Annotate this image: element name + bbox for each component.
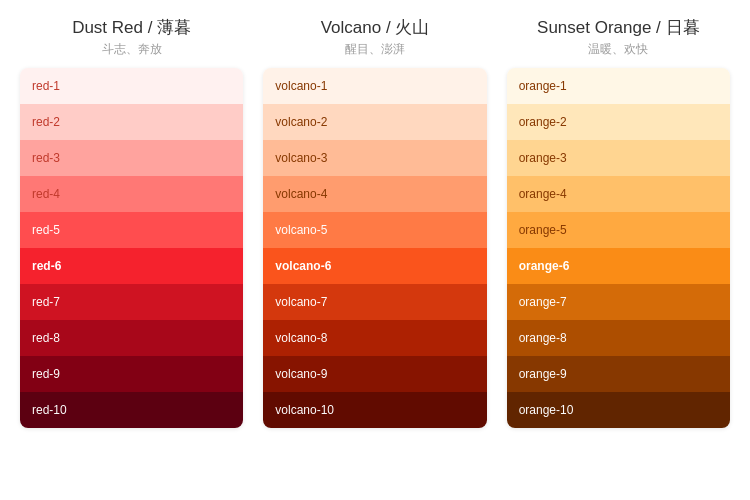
swatch-label-volcano-8: volcano-8	[275, 331, 327, 345]
swatch-label-red-8: red-8	[32, 331, 60, 345]
swatch-red-6[interactable]: red-6	[20, 248, 243, 284]
swatch-volcano-3[interactable]: volcano-3	[263, 140, 486, 176]
swatch-label-volcano-9: volcano-9	[275, 367, 327, 381]
palette-subtitle-orange: 温暖、欢快	[588, 41, 648, 58]
swatch-label-volcano-6: volcano-6	[275, 259, 331, 273]
palette-red: Dust Red / 薄暮斗志、奔放red-1red-2red-3red-4re…	[20, 16, 243, 428]
swatch-orange-2[interactable]: orange-2	[507, 104, 730, 140]
swatch-label-orange-3: orange-3	[519, 151, 567, 165]
palette-title-volcano: Volcano / 火山	[321, 16, 430, 39]
swatch-orange-5[interactable]: orange-5	[507, 212, 730, 248]
swatch-label-orange-2: orange-2	[519, 115, 567, 129]
swatch-label-red-2: red-2	[32, 115, 60, 129]
palette-subtitle-red: 斗志、奔放	[102, 41, 162, 58]
swatch-red-7[interactable]: red-7	[20, 284, 243, 320]
swatch-label-volcano-3: volcano-3	[275, 151, 327, 165]
color-card-red: red-1red-2red-3red-4red-5red-6red-7red-8…	[20, 68, 243, 428]
swatch-volcano-6[interactable]: volcano-6	[263, 248, 486, 284]
swatch-orange-8[interactable]: orange-8	[507, 320, 730, 356]
swatch-red-2[interactable]: red-2	[20, 104, 243, 140]
swatch-label-red-9: red-9	[32, 367, 60, 381]
swatch-orange-7[interactable]: orange-7	[507, 284, 730, 320]
swatch-label-orange-9: orange-9	[519, 367, 567, 381]
swatch-orange-4[interactable]: orange-4	[507, 176, 730, 212]
swatch-red-10[interactable]: red-10	[20, 392, 243, 428]
swatch-label-volcano-7: volcano-7	[275, 295, 327, 309]
swatch-label-volcano-10: volcano-10	[275, 403, 334, 417]
swatch-volcano-4[interactable]: volcano-4	[263, 176, 486, 212]
color-card-volcano: volcano-1volcano-2volcano-3volcano-4volc…	[263, 68, 486, 428]
swatch-label-orange-7: orange-7	[519, 295, 567, 309]
swatch-label-volcano-1: volcano-1	[275, 79, 327, 93]
swatch-label-orange-8: orange-8	[519, 331, 567, 345]
swatch-label-red-3: red-3	[32, 151, 60, 165]
swatch-red-9[interactable]: red-9	[20, 356, 243, 392]
swatch-label-red-5: red-5	[32, 223, 60, 237]
swatch-label-orange-10: orange-10	[519, 403, 574, 417]
swatch-volcano-5[interactable]: volcano-5	[263, 212, 486, 248]
swatch-label-volcano-4: volcano-4	[275, 187, 327, 201]
swatch-label-red-4: red-4	[32, 187, 60, 201]
swatch-label-orange-1: orange-1	[519, 79, 567, 93]
swatch-red-1[interactable]: red-1	[20, 68, 243, 104]
palette-title-orange: Sunset Orange / 日暮	[537, 16, 700, 39]
swatch-label-volcano-5: volcano-5	[275, 223, 327, 237]
palette-orange: Sunset Orange / 日暮温暖、欢快orange-1orange-2o…	[507, 16, 730, 428]
swatch-orange-1[interactable]: orange-1	[507, 68, 730, 104]
color-card-orange: orange-1orange-2orange-3orange-4orange-5…	[507, 68, 730, 428]
swatch-label-orange-4: orange-4	[519, 187, 567, 201]
swatch-label-orange-5: orange-5	[519, 223, 567, 237]
swatch-volcano-7[interactable]: volcano-7	[263, 284, 486, 320]
swatch-orange-9[interactable]: orange-9	[507, 356, 730, 392]
swatch-label-orange-6: orange-6	[519, 259, 570, 273]
palette-volcano: Volcano / 火山醒目、澎湃volcano-1volcano-2volca…	[263, 16, 486, 428]
swatch-volcano-9[interactable]: volcano-9	[263, 356, 486, 392]
swatch-label-red-7: red-7	[32, 295, 60, 309]
swatch-label-red-10: red-10	[32, 403, 67, 417]
palette-subtitle-volcano: 醒目、澎湃	[345, 41, 405, 58]
swatch-orange-6[interactable]: orange-6	[507, 248, 730, 284]
swatch-label-red-6: red-6	[32, 259, 61, 273]
swatch-volcano-1[interactable]: volcano-1	[263, 68, 486, 104]
swatch-volcano-10[interactable]: volcano-10	[263, 392, 486, 428]
swatch-label-red-1: red-1	[32, 79, 60, 93]
swatch-red-3[interactable]: red-3	[20, 140, 243, 176]
swatch-red-4[interactable]: red-4	[20, 176, 243, 212]
swatch-red-8[interactable]: red-8	[20, 320, 243, 356]
swatch-label-volcano-2: volcano-2	[275, 115, 327, 129]
swatch-orange-3[interactable]: orange-3	[507, 140, 730, 176]
swatch-red-5[interactable]: red-5	[20, 212, 243, 248]
swatch-volcano-8[interactable]: volcano-8	[263, 320, 486, 356]
palette-title-red: Dust Red / 薄暮	[72, 16, 191, 39]
swatch-orange-10[interactable]: orange-10	[507, 392, 730, 428]
palettes-container: Dust Red / 薄暮斗志、奔放red-1red-2red-3red-4re…	[20, 16, 730, 428]
swatch-volcano-2[interactable]: volcano-2	[263, 104, 486, 140]
